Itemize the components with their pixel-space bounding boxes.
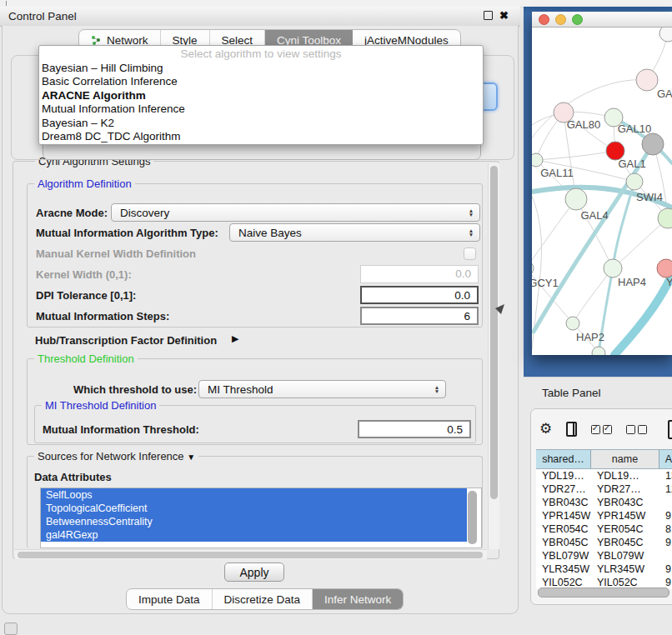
collapse-down-icon[interactable]: ▼ bbox=[187, 452, 195, 462]
cyni-algorithm-settings-group: Cyni Algorithm Settings Algorithm Defini… bbox=[13, 161, 499, 559]
expand-right-icon[interactable]: ▶ bbox=[232, 333, 238, 344]
algorithm-item[interactable]: ARACNE Algorithm bbox=[39, 89, 483, 102]
mi-steps-label: Mutual Information Steps: bbox=[36, 310, 169, 322]
table-cell: 12 bbox=[659, 482, 672, 496]
manual-kernel-checkbox[interactable] bbox=[464, 248, 476, 260]
threshold-definition-legend: Threshold Definition bbox=[34, 352, 138, 365]
table-row[interactable]: YBR043CYBR043C bbox=[536, 496, 672, 509]
sources-group: Sources for Network Inference ▼ Data Att… bbox=[27, 456, 483, 548]
stepper-icon: ▲▼ bbox=[431, 385, 443, 394]
algorithm-placeholder: Select algorithm to view settings bbox=[39, 48, 483, 62]
panel-title: Control Panel bbox=[8, 10, 77, 22]
tab-infer-network[interactable]: Infer Network bbox=[313, 589, 403, 609]
network-canvas[interactable]: GALGAL80GAL10GAL1GAL11SWI4GAL4GCY1HAP4YH… bbox=[532, 28, 672, 355]
attribute-item[interactable]: SelfLoops bbox=[41, 488, 467, 502]
network-node-gal[interactable] bbox=[636, 69, 658, 91]
select-all-icon[interactable] bbox=[591, 425, 612, 434]
hub-section-label[interactable]: Hub/Transcription Factor Definition bbox=[35, 334, 217, 347]
network-node-hap4[interactable] bbox=[604, 259, 622, 278]
table-row[interactable]: YER054CYER054C8. bbox=[536, 522, 672, 536]
tab-discretize-data[interactable]: Discretize Data bbox=[213, 589, 313, 609]
unchecked-box-icon bbox=[626, 425, 635, 434]
dpi-tolerance-label: DPI Tolerance [0,1]: bbox=[36, 289, 136, 302]
mi-threshold-field[interactable]: 0.5 bbox=[358, 420, 471, 438]
algorithm-item[interactable]: Basic Correlation Inference bbox=[39, 75, 483, 88]
network-node[interactable] bbox=[642, 133, 664, 155]
table-cell: YER054C bbox=[536, 522, 591, 536]
table-cell: YLR345W bbox=[536, 562, 591, 576]
close-icon[interactable]: ✖ bbox=[499, 10, 509, 21]
close-traffic-light[interactable] bbox=[539, 14, 549, 25]
tab-impute-data[interactable]: Impute Data bbox=[127, 589, 213, 609]
network-node-label: Y bbox=[666, 276, 672, 288]
zoom-traffic-light[interactable] bbox=[572, 14, 583, 25]
which-threshold-combo[interactable]: MI Threshold ▲▼ bbox=[198, 380, 446, 398]
network-node[interactable] bbox=[659, 28, 672, 42]
table-cell bbox=[659, 496, 672, 509]
deselect-all-icon[interactable] bbox=[626, 425, 647, 434]
kernel-width-field[interactable]: 0.0 bbox=[360, 265, 479, 283]
network-node-gal1[interactable] bbox=[626, 173, 643, 190]
settings-vscroll-thumb[interactable] bbox=[490, 166, 498, 499]
network-edge bbox=[613, 182, 634, 268]
mi-type-combo[interactable]: Naive Bayes ▲▼ bbox=[229, 223, 480, 242]
algorithm-dropdown-popup: Select algorithm to view settings Bayesi… bbox=[38, 45, 484, 145]
attribute-item[interactable]: BetweennessCentrality bbox=[41, 515, 467, 528]
table-row[interactable]: YPR145WYPR145W9. bbox=[536, 509, 672, 522]
table-row[interactable]: YDL19…YDL19…13 bbox=[536, 469, 672, 482]
table-cell: YPR145W bbox=[591, 509, 659, 522]
settings-hscroll-thumb[interactable] bbox=[18, 552, 483, 558]
network-node-gcy1[interactable] bbox=[532, 261, 534, 276]
document-icon[interactable] bbox=[668, 420, 672, 439]
split-columns-icon[interactable] bbox=[566, 422, 576, 437]
settings-vscroll-track[interactable] bbox=[488, 163, 499, 549]
mi-steps-field[interactable]: 6 bbox=[360, 307, 479, 325]
network-node-gal11[interactable] bbox=[532, 153, 543, 167]
which-threshold-value: MI Threshold bbox=[199, 383, 431, 396]
attribute-item[interactable]: gal4RGexp bbox=[41, 528, 467, 542]
column-header[interactable]: A bbox=[659, 450, 672, 468]
network-node-hap2[interactable] bbox=[566, 317, 579, 330]
table-cell: YBR045C bbox=[536, 536, 591, 549]
table-cell: YBR043C bbox=[536, 496, 591, 509]
table-row[interactable]: YBL079WYBL079W bbox=[536, 549, 672, 562]
minimized-panel-icon[interactable] bbox=[4, 622, 18, 635]
dpi-tolerance-field[interactable]: 0.0 bbox=[360, 286, 479, 304]
algorithm-item[interactable]: Bayesian – K2 bbox=[39, 117, 483, 130]
column-header[interactable]: shared… bbox=[536, 450, 591, 468]
network-node-label: HAP4 bbox=[618, 276, 646, 288]
control-panel-titlebar: Control Panel ✖ bbox=[0, 7, 520, 27]
network-node[interactable] bbox=[592, 347, 605, 355]
table-row[interactable]: YDR27…YDR27…12 bbox=[536, 482, 672, 496]
gear-icon[interactable]: ⚙ bbox=[539, 421, 552, 438]
minimize-traffic-light[interactable] bbox=[555, 14, 566, 25]
network-node-y[interactable] bbox=[657, 259, 672, 278]
control-panel: NetworkStyleSelectCyni ToolboxjActiveMNo… bbox=[2, 26, 519, 614]
bottom-tab-bar: Impute DataDiscretize DataInfer Network bbox=[126, 588, 404, 610]
apply-button[interactable]: Apply bbox=[224, 562, 284, 582]
table-cell: 8. bbox=[659, 522, 672, 536]
threshold-definition-group: Threshold Definition Which threshold to … bbox=[27, 358, 483, 445]
table-toolbar: ⚙ bbox=[539, 419, 672, 439]
algorithm-item[interactable]: Dream8 DC_TDC Algorithm bbox=[39, 130, 483, 143]
table-row[interactable]: YBR045CYBR045C9. bbox=[536, 536, 672, 549]
algorithm-item[interactable]: Mutual Information Inference bbox=[39, 102, 483, 116]
network-node-gal4[interactable] bbox=[565, 188, 587, 210]
table-row[interactable]: YLR345WYLR345W9. bbox=[536, 562, 672, 576]
network-node-label: SWI4 bbox=[636, 191, 663, 203]
float-window-icon[interactable] bbox=[484, 11, 493, 20]
algorithm-item[interactable]: Bayesian – Hill Climbing bbox=[39, 62, 483, 75]
sources-legend[interactable]: Sources for Network Inference ▼ bbox=[34, 450, 198, 462]
list-scrollbar[interactable] bbox=[468, 491, 477, 544]
mi-threshold-group: MI Threshold Definition Mutual Informati… bbox=[34, 405, 476, 443]
settings-hscroll-track[interactable] bbox=[15, 549, 487, 559]
table-cell bbox=[659, 549, 672, 562]
aracne-mode-combo[interactable]: Discovery ▲▼ bbox=[111, 203, 480, 222]
table-hscroll-thumb[interactable] bbox=[538, 588, 669, 598]
attribute-item[interactable]: TopologicalCoefficient bbox=[41, 502, 467, 515]
column-header[interactable]: name bbox=[591, 450, 659, 468]
table-hscroll-track[interactable] bbox=[536, 587, 672, 597]
which-threshold-label: Which threshold to use: bbox=[73, 383, 197, 396]
network-edge bbox=[532, 199, 576, 268]
aracne-mode-value: Discovery bbox=[112, 207, 465, 219]
